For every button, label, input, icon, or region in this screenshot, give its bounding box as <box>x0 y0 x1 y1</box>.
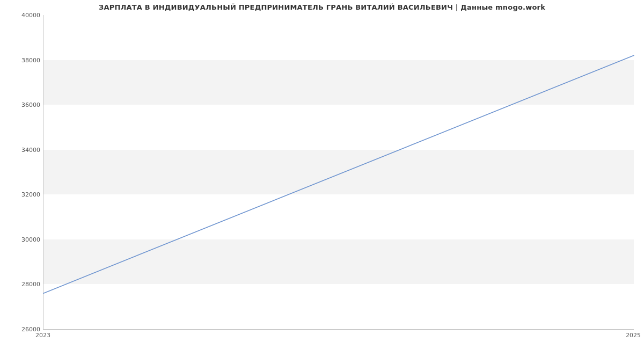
y-tick-label: 38000 <box>13 56 40 63</box>
x-tick-label: 2025 <box>626 332 641 339</box>
y-tick-label: 36000 <box>13 101 40 108</box>
series-layer <box>43 15 634 329</box>
y-tick-label: 28000 <box>13 281 40 288</box>
plot-area <box>43 15 634 330</box>
x-tick-label: 2023 <box>35 332 50 339</box>
y-tick-label: 30000 <box>13 236 40 243</box>
series-line <box>43 55 634 293</box>
y-tick-label: 32000 <box>13 191 40 198</box>
y-tick-label: 40000 <box>13 12 40 19</box>
chart-title: ЗАРПЛАТА В ИНДИВИДУАЛЬНЫЙ ПРЕДПРИНИМАТЕЛ… <box>0 3 644 11</box>
chart-container: ЗАРПЛАТА В ИНДИВИДУАЛЬНЫЙ ПРЕДПРИНИМАТЕЛ… <box>0 0 644 349</box>
y-tick-label: 34000 <box>13 146 40 153</box>
